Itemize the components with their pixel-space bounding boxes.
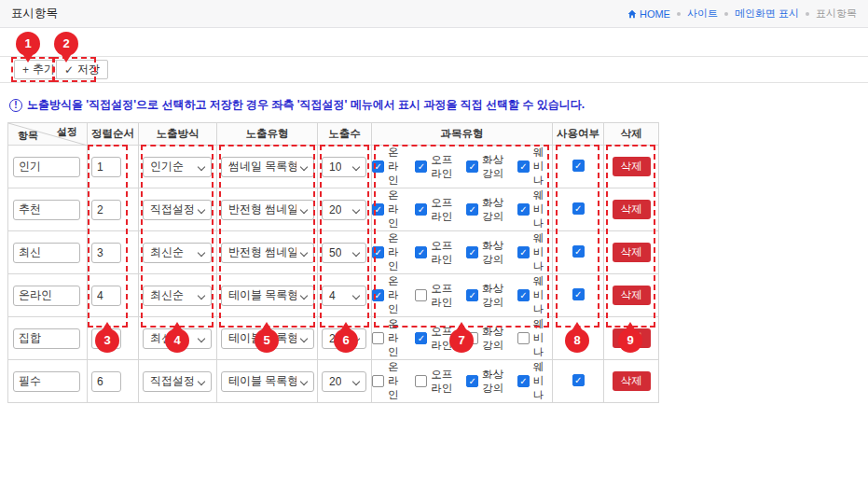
display-type-select[interactable]: 테이블 목록형 xyxy=(221,286,314,306)
subject-type-group: 온라인 오프라인 화상강의 웨비나 xyxy=(372,231,552,273)
display-count-select[interactable]: 20 xyxy=(322,200,366,220)
subject-video-lecture-checkbox[interactable] xyxy=(466,246,478,258)
add-button-label: 추가 xyxy=(33,62,55,77)
breadcrumb-main-display[interactable]: 메인화면 표시 xyxy=(735,7,799,21)
breadcrumb-home[interactable]: HOME xyxy=(627,8,670,20)
sort-order-input[interactable] xyxy=(91,243,121,263)
display-count-select[interactable]: 10 xyxy=(322,157,366,177)
save-button[interactable]: ✓ 저장 xyxy=(56,60,108,79)
subject-video-lecture-label: 화상강의 xyxy=(482,196,509,224)
header-item-label: 항목 xyxy=(18,129,38,143)
subject-webinar-checkbox[interactable] xyxy=(517,289,530,301)
item-name-input[interactable] xyxy=(13,286,80,306)
subject-online-checkbox[interactable] xyxy=(372,332,384,344)
subject-video-lecture-checkbox[interactable] xyxy=(466,289,478,301)
annotation-badge-2: 2 xyxy=(54,32,78,56)
subject-offline-checkbox[interactable] xyxy=(415,375,427,387)
display-type-value: 썸네일 목록형 xyxy=(228,159,296,174)
table-row: 인기순 썸네일 목록형 10 xyxy=(8,146,659,188)
item-name-input[interactable] xyxy=(13,243,80,263)
subject-type-group: 온라인 오프라인 화상강의 웨비나 xyxy=(372,146,552,188)
subject-webinar-label: 웨비나 xyxy=(533,360,552,402)
item-name-input[interactable] xyxy=(13,200,80,220)
annotation-badge-8: 8 xyxy=(565,328,589,353)
chevron-down-icon xyxy=(198,162,205,170)
sort-order-input[interactable] xyxy=(91,286,121,306)
chevron-down-icon xyxy=(300,248,308,256)
subject-offline: 오프라인 xyxy=(415,153,458,181)
subject-webinar: 웨비나 xyxy=(517,360,552,402)
sort-order-input[interactable] xyxy=(91,157,121,177)
display-method-value: 직접설정 xyxy=(150,373,194,389)
item-name-input[interactable] xyxy=(13,371,80,392)
display-type-select[interactable]: 반전형 썸네일 슬라이드형 xyxy=(221,243,314,263)
delete-button[interactable]: 삭제 xyxy=(613,243,651,262)
sort-order-input[interactable] xyxy=(91,371,121,392)
check-icon: ✓ xyxy=(64,63,74,77)
subject-webinar-checkbox[interactable] xyxy=(517,203,530,216)
subject-webinar: 웨비나 xyxy=(517,231,552,273)
subject-offline-checkbox[interactable] xyxy=(415,203,427,216)
subject-video-lecture-label: 화상강의 xyxy=(482,368,509,396)
settings-table: 설정 항목 정렬순서 노출방식 노출유형 노출수 과목유형 사용여부 삭제 인기… xyxy=(7,122,659,403)
subject-video-lecture-checkbox[interactable] xyxy=(466,160,478,173)
item-name-input[interactable] xyxy=(13,157,80,177)
breadcrumb-separator-icon xyxy=(677,12,681,16)
subject-online-label: 온라인 xyxy=(388,360,406,402)
use-flag-checkbox[interactable] xyxy=(572,374,585,386)
delete-button[interactable]: 삭제 xyxy=(613,286,651,305)
use-flag-checkbox[interactable] xyxy=(572,202,585,215)
subject-online-checkbox[interactable] xyxy=(372,246,384,258)
subject-video-lecture-checkbox[interactable] xyxy=(466,375,478,387)
breadcrumb-site[interactable]: 사이트 xyxy=(687,7,718,21)
display-count-select[interactable]: 50 xyxy=(322,243,366,263)
breadcrumb-separator-icon xyxy=(724,12,728,16)
display-type-select[interactable]: 썸네일 목록형 xyxy=(221,157,314,177)
subject-video-lecture-label: 화상강의 xyxy=(482,239,509,267)
display-count-select[interactable]: 20 xyxy=(322,371,366,392)
display-method-select[interactable]: 최신순 xyxy=(143,286,212,306)
display-type-select[interactable]: 반전형 썸네일 목록형 xyxy=(221,200,314,220)
subject-offline: 오프라인 xyxy=(415,239,458,267)
item-name-input[interactable] xyxy=(13,328,80,349)
subject-online-checkbox[interactable] xyxy=(372,289,384,301)
subject-online: 온라인 xyxy=(372,360,406,402)
subject-webinar-checkbox[interactable] xyxy=(517,160,530,173)
subject-video-lecture-checkbox[interactable] xyxy=(466,203,478,216)
subject-webinar-checkbox[interactable] xyxy=(517,375,530,387)
use-flag-checkbox[interactable] xyxy=(572,245,585,258)
display-method-select[interactable]: 직접설정 xyxy=(143,200,212,220)
subject-offline-checkbox[interactable] xyxy=(415,160,427,173)
chevron-down-icon xyxy=(300,162,308,170)
subject-webinar-checkbox[interactable] xyxy=(517,332,530,344)
table-header-row: 설정 항목 정렬순서 노출방식 노출유형 노출수 과목유형 사용여부 삭제 xyxy=(8,123,659,146)
subject-online-checkbox[interactable] xyxy=(372,375,384,387)
delete-button[interactable]: 삭제 xyxy=(613,157,651,176)
subject-webinar: 웨비나 xyxy=(517,317,552,359)
display-type-select[interactable]: 테이블 목록형 xyxy=(221,371,314,392)
subject-offline-checkbox[interactable] xyxy=(415,289,427,301)
subject-offline-checkbox[interactable] xyxy=(415,332,427,344)
chevron-down-icon xyxy=(352,162,360,170)
display-count-value: 4 xyxy=(329,289,336,302)
notice-text: 노출방식을 '직접설정'으로 선택하고 저장한 경우 좌측 '직접설정' 메뉴에… xyxy=(27,97,585,113)
subject-online-checkbox[interactable] xyxy=(372,160,384,173)
subject-online-checkbox[interactable] xyxy=(372,203,384,216)
subject-offline-checkbox[interactable] xyxy=(415,246,427,258)
subject-webinar-label: 웨비나 xyxy=(533,188,552,230)
display-count-select[interactable]: 4 xyxy=(322,286,366,306)
use-flag-checkbox[interactable] xyxy=(572,288,585,300)
display-method-select[interactable]: 최신순 xyxy=(143,243,212,263)
subject-webinar-checkbox[interactable] xyxy=(517,246,530,258)
subject-webinar: 웨비나 xyxy=(517,188,552,230)
delete-button[interactable]: 삭제 xyxy=(613,371,651,391)
header-corner: 설정 항목 xyxy=(8,123,88,146)
subject-type-group: 온라인 오프라인 화상강의 웨비나 xyxy=(372,188,552,230)
display-method-select[interactable]: 직접설정 xyxy=(143,371,212,392)
delete-button[interactable]: 삭제 xyxy=(613,200,651,219)
breadcrumb-separator-icon xyxy=(806,12,809,16)
display-method-select[interactable]: 인기순 xyxy=(143,157,212,177)
use-flag-checkbox[interactable] xyxy=(572,160,585,172)
chevron-down-icon xyxy=(300,334,308,342)
sort-order-input[interactable] xyxy=(91,200,121,220)
